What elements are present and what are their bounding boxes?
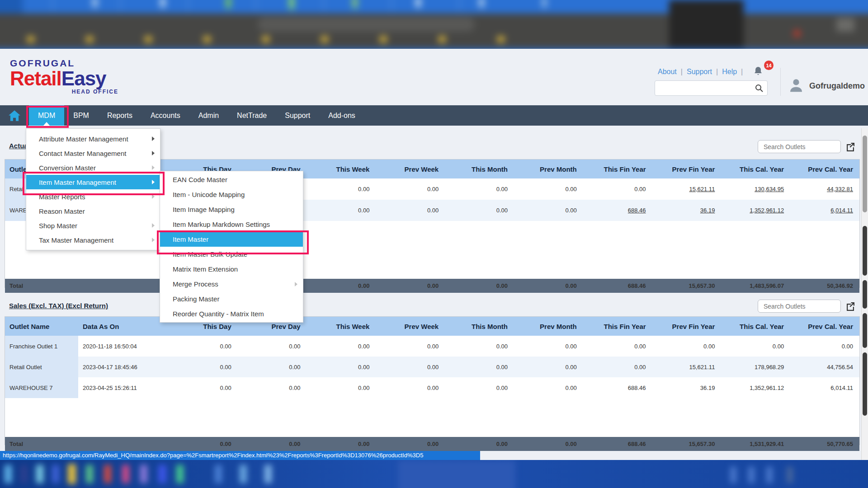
- menu-item-label: Item Markup Markdown Settings: [173, 221, 270, 228]
- menu-item-label: Item - Unicode Mapping: [173, 191, 245, 198]
- nav-item-admin[interactable]: Admin: [189, 105, 228, 126]
- open-in-new-window-icon-2[interactable]: [845, 301, 856, 312]
- empty-filler-row: [5, 398, 859, 437]
- nav-item-label: Accounts: [151, 112, 180, 120]
- search-icon[interactable]: [755, 84, 764, 93]
- open-in-new-window-icon-1[interactable]: [845, 141, 856, 152]
- menu-item-label: Merge Process: [173, 280, 218, 288]
- value-link[interactable]: 688.46: [583, 200, 652, 221]
- user-avatar-icon[interactable]: [788, 77, 805, 96]
- user-name[interactable]: Gofrugaldemo: [809, 81, 865, 91]
- submenu-item-reorder-quantity-matrix-item[interactable]: Reorder Quantity - Matrix Item: [160, 306, 303, 321]
- value-cell: 0.00: [445, 377, 514, 398]
- submenu-item-merge-process[interactable]: Merge Process: [160, 277, 303, 291]
- nav-item-support[interactable]: Support: [276, 105, 319, 126]
- total-value-cell: 0.00: [376, 279, 445, 293]
- value-cell: 0.00: [169, 357, 238, 377]
- value-cell: 0.00: [169, 336, 238, 357]
- nav-item-bpm[interactable]: BPM: [64, 105, 98, 126]
- vertical-scrollbar[interactable]: [861, 128, 868, 460]
- column-header-outlet-name: Outlet Name: [5, 317, 78, 336]
- submenu-arrow-icon: [152, 194, 155, 199]
- column-header-prev-month: Prev Month: [514, 317, 583, 336]
- nav-item-nettrade[interactable]: NetTrade: [228, 105, 276, 126]
- value-link[interactable]: 44,332.81: [790, 178, 859, 200]
- menu-item-label: Packing Master: [173, 295, 219, 303]
- total-value-cell: 0.00: [445, 437, 514, 451]
- scrollbar-thumb-dark[interactable]: [863, 352, 867, 416]
- section-title-sales: Sales (Excl. TAX) (Excl Return): [9, 302, 108, 310]
- total-value-cell: 0.00: [376, 437, 445, 451]
- scrollbar-thumb-dark[interactable]: [863, 313, 867, 348]
- data-as-on-cell: 2023-04-25 15:26:11: [78, 377, 169, 398]
- value-link[interactable]: 6,014.11: [790, 200, 859, 221]
- column-header-data-as-on: Data As On: [78, 317, 169, 336]
- submenu-item-item-master-bulk-update[interactable]: Item Master Bulk Update: [160, 247, 303, 262]
- total-value-cell: 50,770.65: [790, 437, 859, 451]
- logo-product-text: RetailEasy: [10, 69, 118, 89]
- header-search-input[interactable]: [659, 81, 755, 95]
- value-cell: 0.00: [583, 178, 652, 200]
- nav-item-add-ons[interactable]: Add-ons: [319, 105, 364, 126]
- menu-item-attribute-master-management[interactable]: Attribute Master Management: [26, 131, 160, 146]
- header-link-help[interactable]: Help: [722, 68, 737, 76]
- value-cell: 0.00: [376, 200, 445, 221]
- nav-item-accounts[interactable]: Accounts: [142, 105, 189, 126]
- nav-items: MDMBPMReportsAccountsAdminNetTradeSuppor…: [29, 105, 364, 126]
- menu-item-contact-master-management[interactable]: Contact Master Management: [26, 146, 160, 160]
- sales-table: Outlet NameData As OnThis DayPrev DayThi…: [5, 316, 860, 445]
- submenu-item-packing-master[interactable]: Packing Master: [160, 291, 303, 306]
- value-cell: 0.00: [238, 357, 307, 377]
- main-nav-bar: MDMBPMReportsAccountsAdminNetTradeSuppor…: [0, 105, 868, 126]
- menu-item-tax-master-management[interactable]: Tax Master Management: [26, 233, 160, 247]
- menu-item-master-reports[interactable]: Master Reports: [26, 189, 160, 204]
- notification-bell-icon[interactable]: [753, 66, 763, 79]
- nav-item-label: MDM: [38, 112, 55, 120]
- scrollbar-thumb-dark[interactable]: [863, 280, 867, 309]
- submenu-item-item-unicode-mapping[interactable]: Item - Unicode Mapping: [160, 187, 303, 202]
- scrollbar-thumb[interactable]: [863, 136, 867, 212]
- submenu-item-item-image-mapping[interactable]: Item Image Mapping: [160, 202, 303, 217]
- scrollbar-thumb-dark[interactable]: [863, 226, 867, 276]
- search-outlets-input-2[interactable]: [763, 302, 846, 310]
- submenu-item-item-master[interactable]: Item Master: [160, 232, 303, 247]
- nav-item-mdm[interactable]: MDM: [29, 105, 64, 126]
- menu-item-label: Tax Master Management: [39, 236, 113, 244]
- submenu-item-ean-code-master[interactable]: EAN Code Master: [160, 172, 303, 187]
- submenu-item-item-markup-markdown-settings[interactable]: Item Markup Markdown Settings: [160, 217, 303, 232]
- submenu-arrow-icon: [152, 136, 155, 141]
- total-value-cell: 15,657.30: [652, 437, 722, 451]
- mdm-dropdown-menu: Attribute Master ManagementContact Maste…: [26, 128, 160, 250]
- status-bar-url: https://hqonlinedemo.gofrugal.com/RayMed…: [0, 451, 480, 460]
- header-link-about[interactable]: About: [658, 68, 677, 76]
- menu-item-shop-master[interactable]: Shop Master: [26, 218, 160, 233]
- menu-item-item-master-management[interactable]: Item Master Management: [26, 175, 160, 189]
- value-cell: 0.00: [514, 377, 583, 398]
- menu-item-reason-master[interactable]: Reason Master: [26, 204, 160, 218]
- nav-item-reports[interactable]: Reports: [98, 105, 142, 126]
- taskbar-blur: [0, 460, 868, 488]
- column-header-this-cal-year: This Cal. Year: [721, 160, 790, 178]
- search-outlets-input-1[interactable]: [763, 143, 846, 151]
- outlet-name-cell: WAREHOUSE 7: [5, 377, 78, 398]
- value-cell: 0.00: [445, 200, 514, 221]
- submenu-item-matrix-item-extension[interactable]: Matrix Item Extension: [160, 262, 303, 277]
- total-value-cell: 0.00: [514, 437, 583, 451]
- menu-item-conversion-master[interactable]: Conversion Master: [26, 160, 160, 175]
- header-link-support[interactable]: Support: [687, 68, 712, 76]
- value-cell: 0.00: [307, 357, 376, 377]
- home-icon[interactable]: [0, 105, 29, 126]
- value-link[interactable]: 130,634.95: [721, 178, 790, 200]
- value-link[interactable]: 36.19: [652, 200, 722, 221]
- logo-easy: Easy: [61, 67, 106, 89]
- link-separator: |: [681, 68, 683, 76]
- taskbar-blur-shapes: [0, 460, 868, 488]
- value-cell: 0.00: [583, 336, 652, 357]
- column-header-this-fin-year: This Fin Year: [583, 160, 652, 178]
- value-link[interactable]: 1,352,961.12: [721, 200, 790, 221]
- value-cell: 688.46: [583, 377, 652, 398]
- menu-item-label: Shop Master: [39, 222, 77, 230]
- value-link[interactable]: 15,621.11: [652, 178, 722, 200]
- menu-item-label: Reason Master: [39, 207, 85, 215]
- data-as-on-cell: 2020-11-18 16:50:04: [78, 336, 169, 357]
